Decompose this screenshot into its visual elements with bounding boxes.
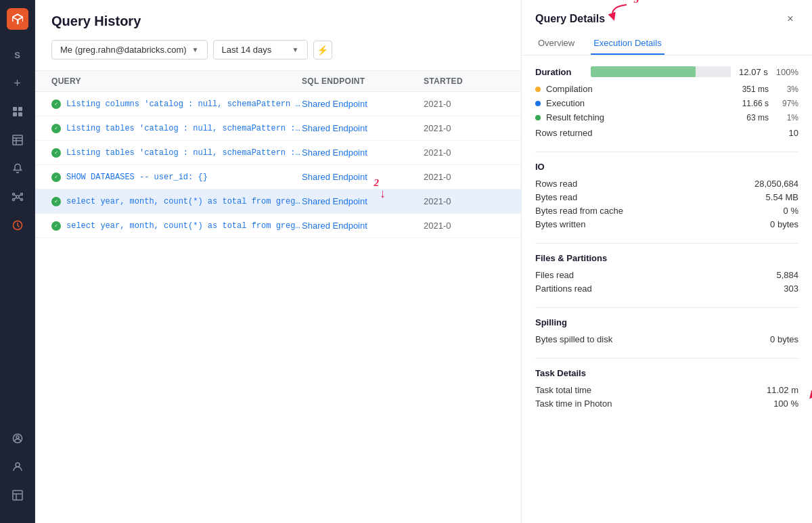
tab-execution-details[interactable]: Execution Details	[591, 32, 664, 55]
files-read-label: Files read	[535, 270, 574, 280]
annotation-3: 3	[634, 0, 639, 5]
io-section: IO Rows read 28,050,684 Bytes read 5.54 …	[535, 162, 798, 229]
sidebar-item-history[interactable]	[5, 213, 30, 237]
sidebar-item-account[interactable]	[5, 426, 30, 451]
sidebar-bottom	[5, 424, 30, 515]
sidebar-item-new[interactable]: +	[5, 71, 30, 95]
compilation-metric: Compilation 351 ms 3%	[535, 84, 798, 94]
svg-rect-2	[13, 112, 17, 116]
execution-metric: Execution 11.66 s 97%	[535, 98, 798, 108]
query-cell: ✓ Listing tables 'catalog : null, schema…	[51, 124, 302, 133]
plus-icon: +	[14, 76, 21, 91]
started-cell: 2021-0	[424, 196, 505, 206]
sidebar-item-profile[interactable]	[5, 455, 30, 479]
duration-percent: 100%	[776, 67, 798, 77]
table-row[interactable]: ✓ SHOW DATABASES -- user_id: {} Shared E…	[35, 165, 521, 189]
files-read-value: 5,884	[776, 270, 798, 280]
files-partitions-section: Files & Partitions Files read 5,884 Part…	[535, 253, 798, 294]
partitions-read-label: Partitions read	[535, 283, 592, 294]
endpoint-cell[interactable]: Shared Endpoint	[302, 196, 424, 206]
task-photon-value: 100 %	[773, 399, 798, 409]
table-row[interactable]: ✓ Listing tables 'catalog : null, schema…	[35, 141, 521, 165]
chevron-down-icon: ▼	[192, 46, 199, 53]
user-filter-value: Me (greg.rahn@databricks.com)	[60, 45, 187, 55]
user-circle-icon	[12, 433, 23, 444]
endpoint-cell[interactable]: Shared Endpoint	[302, 147, 424, 158]
query-cell: ✓ select year, month, count(*) as total …	[51, 197, 302, 206]
query-table: Query SQL Endpoint Started ✓ Listing col…	[35, 71, 521, 523]
bytes-spilled-label: Bytes spilled to disk	[535, 334, 612, 344]
table-row[interactable]: ✓ select year, month, count(*) as total …	[35, 214, 521, 238]
chevron-down-icon: ▼	[292, 46, 299, 53]
sidebar-item-dashboard[interactable]	[5, 99, 30, 124]
date-filter-select[interactable]: Last 14 days ▼	[213, 40, 308, 60]
bell-icon	[12, 163, 23, 174]
execution-percent: 97%	[777, 99, 798, 108]
network-icon	[12, 191, 23, 202]
divider-spilling	[535, 307, 798, 308]
task-details-title: Task Details	[535, 368, 798, 378]
started-cell: 2021-0	[424, 123, 505, 133]
svg-line-13	[14, 195, 16, 196]
svg-point-19	[16, 436, 19, 438]
table-row[interactable]: ✓ select year, month, count(*) as total …	[35, 189, 521, 214]
svg-rect-4	[13, 135, 22, 145]
task-photon-label: Task time in Photon	[535, 399, 612, 409]
svg-point-11	[12, 199, 14, 201]
table-header: Query SQL Endpoint Started	[35, 71, 521, 92]
bytes-cache-label: Bytes read from cache	[535, 206, 623, 216]
arrow-icon-4	[802, 381, 812, 400]
sidebar-item-sql[interactable]: S	[5, 43, 30, 67]
sidebar-logo[interactable]	[7, 8, 28, 30]
partitions-read-value: 303	[784, 283, 798, 294]
rows-read-row: Rows read 28,050,684	[535, 179, 798, 189]
endpoint-cell[interactable]: Shared Endpoint	[302, 221, 424, 231]
spilling-title: Spilling	[535, 317, 798, 327]
task-photon-row: Task time in Photon 100 %	[535, 399, 798, 409]
status-success-icon: ✓	[51, 148, 61, 158]
query-text: SHOW DATABASES -- user_id: {}	[66, 173, 208, 182]
query-cell: ✓ select year, month, count(*) as total …	[51, 221, 302, 231]
spilling-section: Spilling Bytes spilled to disk 0 bytes	[535, 317, 798, 344]
user-filter-select[interactable]: Me (greg.rahn@databricks.com) ▼	[51, 40, 208, 60]
compilation-value: 351 ms	[729, 85, 769, 94]
endpoint-cell[interactable]: Shared Endpoint	[302, 123, 424, 133]
bytes-spilled-value: 0 bytes	[770, 334, 798, 344]
lightning-filter-button[interactable]: ⚡	[313, 41, 332, 60]
query-cell: ✓ SHOW DATABASES -- user_id: {}	[51, 173, 302, 182]
date-filter-value: Last 14 days	[222, 45, 272, 55]
bytes-written-value: 0 bytes	[770, 219, 798, 229]
endpoint-cell[interactable]: Shared Endpoint	[302, 172, 424, 182]
lightning-icon: ⚡	[317, 45, 328, 55]
endpoint-cell[interactable]: Shared Endpoint	[302, 99, 424, 109]
sidebar: S +	[0, 0, 35, 523]
col-header-started: Started	[424, 76, 505, 86]
tab-overview[interactable]: Overview	[535, 32, 577, 55]
status-success-icon: ✓	[51, 197, 61, 206]
filter-bar: Me (greg.rahn@databricks.com) ▼ Last 14 …	[51, 40, 505, 60]
clock-icon	[12, 220, 23, 231]
execution-dot	[535, 101, 541, 106]
status-success-icon: ✓	[51, 221, 61, 231]
rows-read-label: Rows read	[535, 179, 577, 189]
task-details-section: Task Details Task total time 11.02 m 4	[535, 368, 798, 409]
execution-label: Execution	[546, 98, 729, 108]
table-row[interactable]: ✓ Listing columns 'catalog : null, schem…	[35, 92, 521, 116]
files-partitions-title: Files & Partitions	[535, 253, 798, 263]
query-details-title: Query Details	[535, 13, 605, 25]
svg-point-8	[16, 196, 19, 198]
sidebar-item-graph[interactable]	[5, 185, 30, 209]
rows-returned-row: Rows returned 10	[535, 128, 798, 138]
page-title: Query History	[51, 14, 505, 29]
compilation-dot	[535, 87, 541, 92]
query-details-body: Duration 12.07 s 100% Compilation 351 ms…	[522, 55, 812, 433]
close-button[interactable]: ×	[782, 11, 798, 27]
svg-rect-21	[13, 491, 22, 500]
sidebar-item-data[interactable]	[5, 128, 30, 152]
result-fetching-percent: 1%	[777, 113, 798, 122]
sidebar-item-alerts[interactable]	[5, 156, 30, 181]
sidebar-item-layout[interactable]	[5, 483, 30, 507]
bytes-read-row: Bytes read 5.54 MB	[535, 192, 798, 202]
status-success-icon: ✓	[51, 99, 61, 109]
table-row[interactable]: ✓ Listing tables 'catalog : null, schema…	[35, 116, 521, 141]
